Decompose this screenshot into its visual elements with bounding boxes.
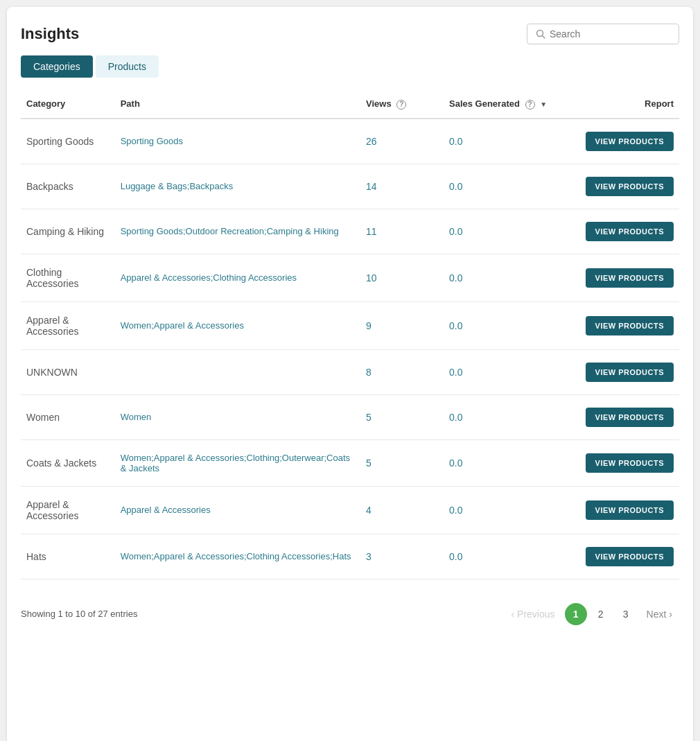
cell-report: VIEW PRODUCTS <box>568 164 679 209</box>
cell-category: Women <box>21 394 115 439</box>
chevron-left-icon: ‹ <box>511 609 514 620</box>
cell-category: Hats <box>21 534 115 579</box>
view-products-button[interactable]: VIEW PRODUCTS <box>586 363 674 382</box>
table-row: Camping & Hiking Sporting Goods;Outdoor … <box>21 209 679 254</box>
cell-report: VIEW PRODUCTS <box>568 254 679 302</box>
table-row: Women Women 5 0.0 VIEW PRODUCTS <box>21 394 679 439</box>
cell-sales: 0.0 <box>444 394 568 439</box>
search-input[interactable] <box>550 28 670 40</box>
cell-sales: 0.0 <box>444 349 568 394</box>
next-button[interactable]: Next › <box>640 604 679 624</box>
pagination: ‹ Previous 1 2 3 Next › <box>504 603 679 625</box>
table-row: Coats & Jackets Women;Apparel & Accessor… <box>21 439 679 486</box>
cell-category: UNKNOWN <box>21 349 115 394</box>
showing-text: Showing 1 to 10 of 27 entries <box>21 609 137 619</box>
cell-report: VIEW PRODUCTS <box>568 394 679 439</box>
search-box <box>527 24 679 44</box>
cell-category: Apparel & Accessories <box>21 302 115 349</box>
cell-path: Sporting Goods;Outdoor Recreation;Campin… <box>115 209 360 254</box>
tab-categories[interactable]: Categories <box>21 55 93 78</box>
cell-views: 8 <box>360 349 444 394</box>
cell-report: VIEW PRODUCTS <box>568 119 679 164</box>
cell-path: Women;Apparel & Accessories <box>115 302 360 349</box>
col-header-path: Path <box>115 91 360 119</box>
cell-category: Clothing Accessories <box>21 254 115 302</box>
table-row: Hats Women;Apparel & Accessories;Clothin… <box>21 534 679 579</box>
view-products-button[interactable]: VIEW PRODUCTS <box>586 268 674 288</box>
cell-path: Sporting Goods <box>115 119 360 164</box>
view-products-button[interactable]: VIEW PRODUCTS <box>586 316 674 335</box>
col-header-views: Views ? <box>360 91 444 119</box>
table-row: Backpacks Luggage & Bags;Backpacks 14 0.… <box>21 164 679 209</box>
col-header-category: Category <box>21 91 115 119</box>
cell-views: 11 <box>360 209 444 254</box>
cell-sales: 0.0 <box>444 119 568 164</box>
data-table: Category Path Views ? Sales Generated ? … <box>21 91 679 579</box>
cell-category: Apparel & Accessories <box>21 486 115 534</box>
table-row: Sporting Goods Sporting Goods 26 0.0 VIE… <box>21 119 679 164</box>
cell-sales: 0.0 <box>444 254 568 302</box>
cell-views: 4 <box>360 486 444 534</box>
cell-views: 26 <box>360 119 444 164</box>
view-products-button[interactable]: VIEW PRODUCTS <box>586 177 674 196</box>
sort-icon: ▼ <box>540 101 547 108</box>
view-products-button[interactable]: VIEW PRODUCTS <box>586 408 674 427</box>
cell-path <box>115 349 360 394</box>
cell-views: 3 <box>360 534 444 579</box>
view-products-button[interactable]: VIEW PRODUCTS <box>586 222 674 241</box>
page-3-button[interactable]: 3 <box>615 603 637 625</box>
cell-report: VIEW PRODUCTS <box>568 209 679 254</box>
cell-sales: 0.0 <box>444 209 568 254</box>
table-row: Apparel & Accessories Women;Apparel & Ac… <box>21 302 679 349</box>
view-products-button[interactable]: VIEW PRODUCTS <box>586 453 674 473</box>
view-products-button[interactable]: VIEW PRODUCTS <box>586 500 674 520</box>
cell-views: 14 <box>360 164 444 209</box>
cell-sales: 0.0 <box>444 534 568 579</box>
main-card: Insights Categories Products Category Pa… <box>7 7 693 741</box>
table-row: Clothing Accessories Apparel & Accessori… <box>21 254 679 302</box>
cell-sales: 0.0 <box>444 486 568 534</box>
cell-path: Women;Apparel & Accessories;Clothing;Out… <box>115 439 360 486</box>
view-products-button[interactable]: VIEW PRODUCTS <box>586 132 674 151</box>
cell-category: Sporting Goods <box>21 119 115 164</box>
col-header-report: Report <box>568 91 679 119</box>
tab-products[interactable]: Products <box>96 55 159 78</box>
page-1-button[interactable]: 1 <box>565 603 587 625</box>
cell-views: 9 <box>360 302 444 349</box>
table-body: Sporting Goods Sporting Goods 26 0.0 VIE… <box>21 119 679 579</box>
cell-views: 5 <box>360 439 444 486</box>
cell-path: Women <box>115 394 360 439</box>
cell-path: Apparel & Accessories <box>115 486 360 534</box>
chevron-right-icon: › <box>669 609 672 620</box>
table-row: UNKNOWN 8 0.0 VIEW PRODUCTS <box>21 349 679 394</box>
views-info-icon: ? <box>396 100 406 110</box>
page-2-button[interactable]: 2 <box>590 603 612 625</box>
cell-views: 10 <box>360 254 444 302</box>
sales-info-icon: ? <box>525 100 535 110</box>
tabs-row: Categories Products <box>21 55 679 78</box>
cell-path: Luggage & Bags;Backpacks <box>115 164 360 209</box>
svg-line-1 <box>543 36 545 39</box>
cell-sales: 0.0 <box>444 164 568 209</box>
cell-views: 5 <box>360 394 444 439</box>
cell-report: VIEW PRODUCTS <box>568 302 679 349</box>
prev-button[interactable]: ‹ Previous <box>504 604 561 624</box>
cell-path: Women;Apparel & Accessories;Clothing Acc… <box>115 534 360 579</box>
cell-report: VIEW PRODUCTS <box>568 486 679 534</box>
footer-row: Showing 1 to 10 of 27 entries ‹ Previous… <box>21 596 679 625</box>
cell-category: Backpacks <box>21 164 115 209</box>
cell-sales: 0.0 <box>444 302 568 349</box>
cell-report: VIEW PRODUCTS <box>568 349 679 394</box>
search-icon <box>536 29 545 39</box>
view-products-button[interactable]: VIEW PRODUCTS <box>586 547 674 566</box>
table-header-row: Category Path Views ? Sales Generated ? … <box>21 91 679 119</box>
header-row: Insights <box>21 24 679 44</box>
cell-report: VIEW PRODUCTS <box>568 534 679 579</box>
table-row: Apparel & Accessories Apparel & Accessor… <box>21 486 679 534</box>
col-header-sales[interactable]: Sales Generated ? ▼ <box>444 91 568 119</box>
cell-category: Camping & Hiking <box>21 209 115 254</box>
page-title: Insights <box>21 25 79 43</box>
cell-category: Coats & Jackets <box>21 439 115 486</box>
cell-path: Apparel & Accessories;Clothing Accessori… <box>115 254 360 302</box>
cell-sales: 0.0 <box>444 439 568 486</box>
